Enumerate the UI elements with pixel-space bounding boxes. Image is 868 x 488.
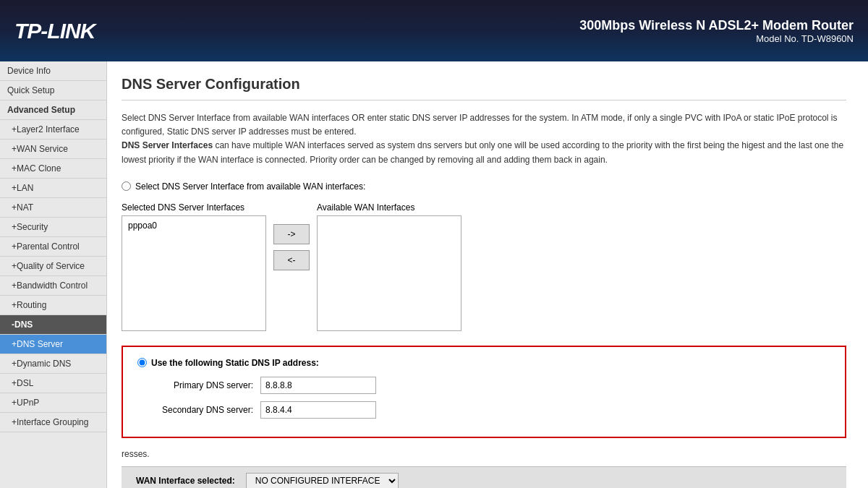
selected-dns-list[interactable]: pppoa0 (122, 215, 266, 331)
selected-dns-item-pppoa0[interactable]: pppoa0 (125, 219, 263, 232)
sidebar-item-interface-grouping[interactable]: +Interface Grouping (0, 413, 106, 432)
sidebar-item-dns[interactable]: -DNS (0, 315, 106, 335)
product-name: 300Mbps Wireless N ADSL2+ Modem Router (579, 18, 854, 33)
sidebar-item-routing[interactable]: +Routing (0, 296, 106, 315)
sidebar-item-dns-server[interactable]: +DNS Server (0, 335, 106, 354)
selected-dns-box: Selected DNS Server Interfaces pppoa0 (122, 202, 266, 331)
desc-rest: can have multiple WAN interfaces served … (122, 140, 843, 164)
brand-logo: TP-LINK (14, 19, 95, 43)
secondary-dns-input[interactable] (260, 401, 376, 419)
static-dns-radio: Use the following Static DNS IP address: (137, 358, 830, 368)
arrow-buttons: -> <- (273, 202, 310, 270)
static-dns-section: Use the following Static DNS IP address:… (122, 346, 846, 438)
primary-dns-input[interactable] (260, 377, 376, 394)
sidebar-item-mac-clone[interactable]: +MAC Clone (0, 159, 106, 179)
sidebar-item-layer2[interactable]: +Layer2 Interface (0, 120, 106, 140)
sidebar-item-qos[interactable]: +Quality of Service (0, 257, 106, 276)
product-info: 300Mbps Wireless N ADSL2+ Modem Router M… (579, 18, 854, 44)
main-layout: Device Info Quick Setup Advanced Setup +… (0, 61, 868, 488)
sidebar: Device Info Quick Setup Advanced Setup +… (0, 61, 107, 488)
wan-interface-select[interactable]: NO CONFIGURED INTERFACE (246, 473, 399, 488)
sidebar-item-security[interactable]: +Security (0, 218, 106, 237)
available-wan-label: Available WAN Interfaces (317, 202, 461, 213)
wan-radio-section: Select DNS Server Interface from availab… (122, 181, 846, 192)
content-page: DNS Server Configuration Select DNS Serv… (107, 61, 868, 488)
sidebar-item-quick-setup[interactable]: Quick Setup (0, 81, 106, 100)
page-title: DNS Server Configuration (122, 76, 846, 100)
sidebar-item-device-info[interactable]: Device Info (0, 61, 106, 81)
wan-radio-label: Select DNS Server Interface from availab… (122, 181, 846, 192)
header: TP-LINK 300Mbps Wireless N ADSL2+ Modem … (0, 0, 868, 61)
secondary-dns-label: Secondary DNS server: (137, 405, 253, 415)
available-wan-list[interactable] (317, 215, 461, 331)
wan-radio-input[interactable] (122, 181, 131, 191)
static-dns-radio-input[interactable] (137, 358, 147, 367)
sidebar-item-dynamic-dns[interactable]: +Dynamic DNS (0, 354, 106, 374)
sidebar-item-parental-control[interactable]: +Parental Control (0, 237, 106, 257)
sidebar-item-upnp[interactable]: +UPnP (0, 393, 106, 413)
model-number: Model No. TD-W8960N (579, 33, 854, 44)
content-area: DNS Server Configuration Select DNS Serv… (107, 61, 868, 488)
sidebar-item-bandwidth-control[interactable]: +Bandwidth Control (0, 276, 106, 296)
description: Select DNS Server Interface from availab… (122, 111, 846, 167)
selected-dns-label: Selected DNS Server Interfaces (122, 202, 266, 213)
sidebar-item-dsl[interactable]: +DSL (0, 374, 106, 393)
primary-dns-label: Primary DNS server: (137, 380, 253, 390)
sidebar-item-nat[interactable]: +NAT (0, 198, 106, 218)
interface-selector: Selected DNS Server Interfaces pppoa0 ->… (122, 202, 846, 331)
desc-bold: DNS Server Interfaces (122, 140, 213, 150)
sidebar-item-lan[interactable]: +LAN (0, 179, 106, 198)
wan-interface-label: WAN Interface selected: (136, 476, 235, 486)
available-wan-box: Available WAN Interfaces (317, 202, 461, 331)
move-right-button[interactable]: -> (273, 224, 310, 244)
secondary-dns-row: Secondary DNS server: (137, 401, 830, 419)
sidebar-item-wan-service[interactable]: +WAN Service (0, 140, 106, 159)
primary-dns-row: Primary DNS server: (137, 377, 830, 394)
wan-footer: WAN Interface selected: NO CONFIGURED IN… (122, 466, 846, 488)
move-left-button[interactable]: <- (273, 250, 310, 270)
desc-main: Select DNS Server Interface from availab… (122, 113, 838, 137)
trailing-text: resses. (122, 449, 846, 459)
sidebar-section-advanced-setup: Advanced Setup (0, 100, 106, 120)
